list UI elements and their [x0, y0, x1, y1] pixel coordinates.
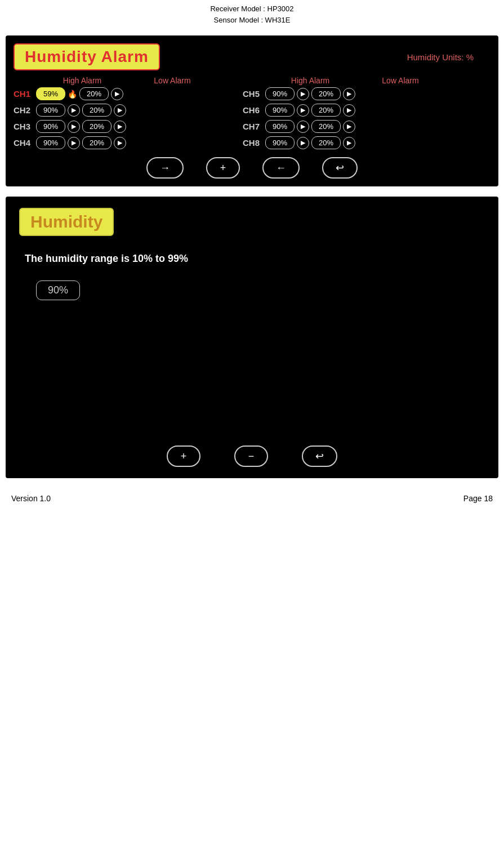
low-arrow-btn-ch8[interactable]: ▶ [343, 137, 355, 149]
col-header-left: High Alarm Low Alarm [37, 76, 260, 85]
alarm-icon-ch1: 🔥 [68, 90, 77, 99]
screen2: Humidity The humidity range is 10% to 99… [6, 197, 498, 478]
humidity-alarm-badge: Humidity Alarm [14, 43, 160, 70]
low-arrow-btn-ch2[interactable]: ▶ [114, 104, 126, 117]
left-high-alarm-header: High Alarm [37, 76, 127, 85]
channel-row-ch8: CH890%▶20%▶ [243, 136, 490, 149]
high-arrow-btn-ch6[interactable]: ▶ [297, 104, 309, 117]
version: Version 1.0 [11, 494, 51, 503]
left-low-alarm-header: Low Alarm [127, 76, 217, 85]
humidity-range-text: The humidity range is 10% to 99% [25, 253, 188, 265]
header: Receiver Model : HP3002 Sensor Model : W… [0, 0, 504, 25]
low-value-ch4[interactable]: 20% [82, 136, 111, 149]
low-value-ch1[interactable]: 20% [79, 87, 109, 100]
high-arrow-btn-ch2[interactable]: ▶ [68, 104, 80, 117]
channel-label-ch4: CH4 [14, 138, 34, 148]
high-value-ch2[interactable]: 90% [36, 104, 65, 117]
high-value-ch4[interactable]: 90% [36, 136, 65, 149]
low-value-ch7[interactable]: 20% [311, 120, 341, 133]
screen1-nav: →+←↩ [14, 157, 490, 179]
low-value-ch3[interactable]: 20% [82, 120, 111, 133]
channel-row-ch5: CH590%▶20%▶ [243, 87, 490, 100]
low-value-ch2[interactable]: 20% [82, 104, 111, 117]
next-button[interactable]: → [146, 157, 184, 179]
channel-label-ch3: CH3 [14, 122, 34, 131]
low-arrow-btn-ch3[interactable]: ▶ [114, 121, 126, 133]
right-low-alarm-header: Low Alarm [355, 76, 445, 85]
page: Page 18 [463, 494, 493, 503]
channel-label-ch5: CH5 [243, 89, 263, 99]
channel-label-ch6: CH6 [243, 105, 263, 115]
back-button[interactable]: ← [262, 157, 300, 179]
right-high-alarm-header: High Alarm [265, 76, 355, 85]
return-button[interactable]: ↩ [302, 445, 337, 467]
channel-row-ch7: CH790%▶20%▶ [243, 120, 490, 133]
col-header-right: High Alarm Low Alarm [265, 76, 445, 85]
low-value-ch8[interactable]: 20% [311, 136, 341, 149]
channel-row-ch4: CH490%▶20%▶ [14, 136, 236, 149]
high-value-ch7[interactable]: 90% [265, 120, 295, 133]
header-line2: Sensor Model : WH31E [0, 15, 504, 26]
channels-left: CH159%🔥20%▶CH290%▶20%▶CH390%▶20%▶CH490%▶… [14, 87, 236, 149]
return-button[interactable]: ↩ [322, 157, 358, 179]
high-arrow-btn-ch3[interactable]: ▶ [68, 121, 80, 133]
humidity-badge: Humidity [19, 208, 114, 236]
channel-label-ch8: CH8 [243, 138, 263, 148]
high-arrow-btn-ch8[interactable]: ▶ [297, 137, 309, 149]
low-value-ch5[interactable]: 20% [311, 87, 341, 100]
channel-label-ch1: CH1 [14, 89, 34, 99]
high-value-ch6[interactable]: 90% [265, 104, 295, 117]
screen2-nav: +−↩ [19, 445, 485, 467]
channel-label-ch2: CH2 [14, 105, 34, 115]
high-value-ch3[interactable]: 90% [36, 120, 65, 133]
channel-label-ch7: CH7 [243, 122, 263, 131]
low-arrow-btn-ch1[interactable]: ▶ [111, 88, 123, 100]
low-arrow-btn-ch5[interactable]: ▶ [343, 88, 355, 100]
increment-button[interactable]: + [167, 445, 200, 467]
add-button[interactable]: + [206, 157, 240, 179]
header-line1: Receiver Model : HP3002 [0, 3, 504, 15]
high-value-ch5[interactable]: 90% [265, 87, 295, 100]
high-arrow-btn-ch7[interactable]: ▶ [297, 121, 309, 133]
screen1: Humidity Alarm Humidity Units: % High Al… [6, 35, 498, 186]
channel-row-ch6: CH690%▶20%▶ [243, 104, 490, 117]
channels-grid: CH159%🔥20%▶CH290%▶20%▶CH390%▶20%▶CH490%▶… [14, 87, 490, 149]
low-arrow-btn-ch7[interactable]: ▶ [343, 121, 355, 133]
column-headers: High Alarm Low Alarm High Alarm Low Alar… [14, 76, 490, 85]
high-value-ch1[interactable]: 59% [36, 87, 65, 100]
high-value-ch8[interactable]: 90% [265, 136, 295, 149]
decrement-button[interactable]: − [234, 445, 268, 467]
low-arrow-btn-ch4[interactable]: ▶ [114, 137, 126, 149]
low-value-ch6[interactable]: 20% [311, 104, 341, 117]
channel-row-ch2: CH290%▶20%▶ [14, 104, 236, 117]
humidity-value-box: 90% [36, 280, 80, 300]
high-arrow-btn-ch5[interactable]: ▶ [297, 88, 309, 100]
screen1-header: Humidity Alarm Humidity Units: % [14, 43, 490, 70]
low-arrow-btn-ch6[interactable]: ▶ [343, 104, 355, 117]
channels-right: CH590%▶20%▶CH690%▶20%▶CH790%▶20%▶CH890%▶… [243, 87, 490, 149]
channel-row-ch1: CH159%🔥20%▶ [14, 87, 236, 100]
channel-row-ch3: CH390%▶20%▶ [14, 120, 236, 133]
footer: Version 1.0 Page 18 [0, 489, 504, 507]
high-arrow-btn-ch4[interactable]: ▶ [68, 137, 80, 149]
humidity-units: Humidity Units: % [407, 52, 474, 62]
